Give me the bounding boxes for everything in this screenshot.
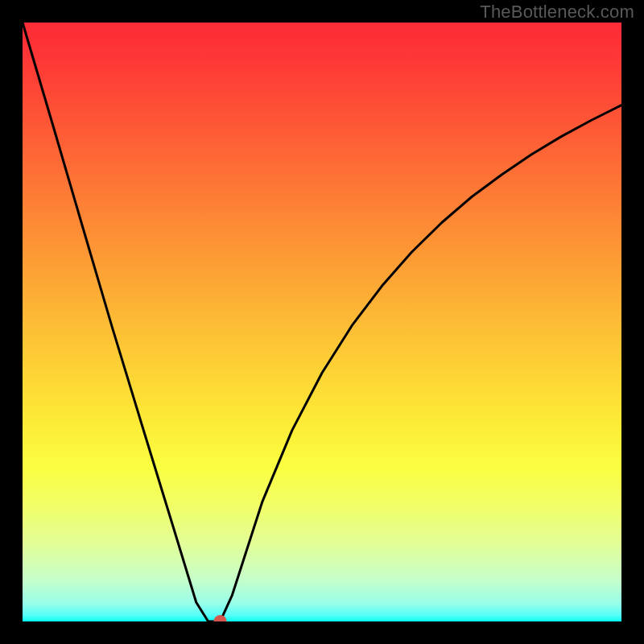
watermark-text: TheBottleneck.com <box>480 2 634 23</box>
chart-container: TheBottleneck.com <box>0 0 644 644</box>
chart-svg <box>23 23 621 621</box>
minimum-marker <box>214 615 227 628</box>
bottleneck-curve <box>23 23 621 621</box>
plot-area <box>23 23 621 621</box>
